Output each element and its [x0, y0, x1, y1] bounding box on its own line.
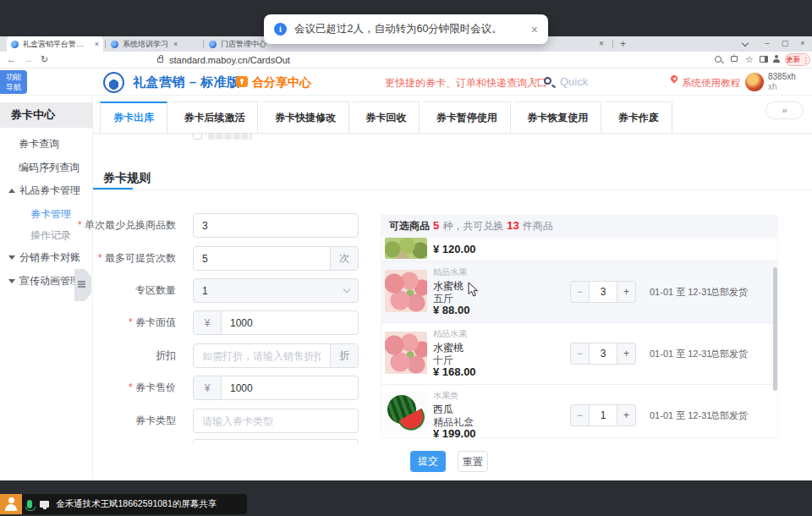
brand-logo: [103, 72, 124, 93]
max-pickup-field: 次: [193, 246, 359, 271]
delivery-label: 总部发货: [710, 286, 748, 299]
field-label-card-type: 券卡类型: [42, 409, 176, 433]
minus-button[interactable]: −: [570, 281, 589, 303]
update-browser-button[interactable]: 更新 ⋮: [785, 53, 810, 66]
product-row-partial: ¥ 120.00: [381, 238, 778, 261]
update-label: 更新: [786, 55, 800, 65]
chrome-menu-chevron-icon[interactable]: [742, 40, 749, 47]
zone-count-select[interactable]: 1: [193, 278, 359, 303]
function-nav-toggle[interactable]: 功能 导航: [0, 70, 27, 94]
currency-prefix: ¥: [194, 376, 222, 399]
window-close-button[interactable]: ×: [795, 36, 810, 51]
product-price: ¥ 199.00: [433, 427, 476, 438]
quick-search-icon[interactable]: [544, 77, 551, 85]
browser-tab-1[interactable]: 礼盒营销平台管理中心 ×: [7, 36, 103, 52]
system-tutorial-link[interactable]: 系统使用教程: [682, 77, 740, 90]
profile-icon[interactable]: [772, 55, 781, 63]
browser-address-bar[interactable]: [0, 52, 812, 69]
window-maximize-button[interactable]: ▢: [777, 36, 793, 51]
tab-close-icon[interactable]: ×: [95, 41, 99, 48]
caret-up-icon: [8, 189, 15, 193]
sidebar-item-code-sequence-query[interactable]: 编码序列查询: [19, 161, 80, 175]
nav-toggle-line1: 功能: [0, 72, 27, 82]
tab-card-quick-edit[interactable]: 券卡快捷修改: [262, 102, 349, 134]
bookmark-star-icon[interactable]: ☆: [745, 54, 754, 65]
new-tab-button[interactable]: +: [620, 38, 626, 50]
plus-button[interactable]: +: [617, 281, 636, 303]
share-icon[interactable]: [731, 56, 738, 62]
quantity-value[interactable]: 3: [589, 281, 617, 303]
product-price: ¥ 168.00: [433, 365, 476, 378]
submit-button[interactable]: 提交: [410, 451, 446, 472]
lock-icon: [157, 58, 163, 63]
share-center-link[interactable]: 合分享中心: [252, 75, 311, 91]
quantity-value[interactable]: 1: [589, 404, 617, 426]
minus-button[interactable]: −: [570, 343, 589, 365]
browser-tab-2[interactable]: 系统培训学习 ×: [107, 36, 201, 52]
expand-panel-button[interactable]: »: [765, 102, 804, 119]
field-label-max-pickup: 最多可提货次数: [42, 246, 176, 271]
screen-share-bar: 金禾通技术王斌18662591081的屏幕共享: [22, 494, 247, 514]
product-image: [385, 392, 427, 434]
discount-input[interactable]: [194, 344, 330, 367]
toast-message: 会议已超过2人，自动转为60分钟限时会议。: [294, 22, 526, 36]
site-favicon: [111, 41, 118, 48]
sidebar-group-gift-card-mgmt[interactable]: 礼品券卡管理: [8, 184, 80, 198]
product-category: 精品水果: [433, 328, 467, 340]
tab-card-void[interactable]: 券卡作废: [606, 102, 672, 134]
toast-close-icon[interactable]: ×: [531, 24, 538, 36]
user-avatar[interactable]: [745, 73, 764, 91]
product-image: [385, 332, 427, 374]
mouse-cursor: [468, 282, 479, 301]
quick-search-label[interactable]: Quick: [560, 75, 588, 88]
field-label-face-value: 券卡面值: [42, 310, 176, 335]
zoom-icon[interactable]: [715, 56, 721, 63]
panel-scrollbar[interactable]: [773, 267, 777, 391]
tab-close-icon[interactable]: ×: [599, 39, 604, 48]
face-value-field: ¥: [193, 310, 359, 335]
window-minimize-button[interactable]: –: [760, 36, 775, 51]
reset-button[interactable]: 重置: [458, 451, 488, 472]
tab-close-icon[interactable]: ×: [173, 41, 178, 48]
summary-suffix: 件商品: [523, 220, 553, 232]
user-id: 8385xh: [768, 72, 796, 81]
nav-toggle-line2: 导航: [0, 82, 27, 92]
tab-card-recycle[interactable]: 券卡回收: [353, 102, 420, 134]
main-tab-bar: 券卡出库 券卡后续激活 券卡快捷修改 券卡回收 券卡暂停使用 券卡恢复使用 券卡…: [93, 102, 812, 134]
quantity-value[interactable]: 3: [589, 343, 617, 365]
max-pickup-input[interactable]: [194, 247, 330, 270]
min-exchange-input[interactable]: [194, 214, 358, 237]
pointing-hand-icon: ☞: [530, 74, 540, 87]
sidebar-item-card-query[interactable]: 券卡查询: [19, 137, 59, 151]
field-label-zone-count: 专区数量: [42, 278, 176, 303]
plus-button[interactable]: +: [617, 343, 636, 365]
side-panel-icon[interactable]: [760, 56, 768, 63]
reload-icon[interactable]: ↻: [41, 54, 48, 65]
quantity-stepper: − 3 +: [570, 343, 636, 365]
tab-card-followup-activate[interactable]: 券卡后续激活: [171, 102, 258, 134]
tab-card-suspend[interactable]: 券卡暂停使用: [424, 102, 511, 134]
section-divider: [93, 189, 812, 190]
sidebar-item-label: 礼品券卡管理: [19, 184, 80, 196]
back-icon[interactable]: ←: [7, 54, 16, 65]
sale-price-input[interactable]: [222, 376, 358, 399]
face-value-input[interactable]: [222, 311, 358, 334]
clipped-next-field: [193, 439, 359, 443]
plus-button[interactable]: +: [617, 404, 636, 426]
sale-price-field: ¥: [193, 376, 359, 400]
tab-card-resume[interactable]: 券卡恢复使用: [514, 102, 601, 134]
minus-button[interactable]: −: [570, 404, 589, 426]
currency-prefix: ¥: [194, 311, 222, 334]
screen-share-icon: [40, 501, 49, 508]
discount-field: 折: [193, 343, 359, 368]
card-type-input[interactable]: [194, 409, 358, 432]
select-value: 1: [202, 285, 208, 297]
summary-prefix: 可选商品: [389, 220, 430, 232]
product-price: ¥ 120.00: [433, 243, 476, 255]
sidebar-title: 券卡中心: [0, 102, 93, 128]
caret-down-icon: [8, 255, 15, 260]
tab-card-outbound[interactable]: 券卡出库: [100, 102, 167, 134]
meeting-toast: i 会议已超过2人，自动转为60分钟限时会议。 ×: [264, 14, 548, 44]
url-text[interactable]: standard.maboy.cn/CardsOut: [169, 55, 290, 65]
forward-icon[interactable]: →: [24, 54, 33, 65]
